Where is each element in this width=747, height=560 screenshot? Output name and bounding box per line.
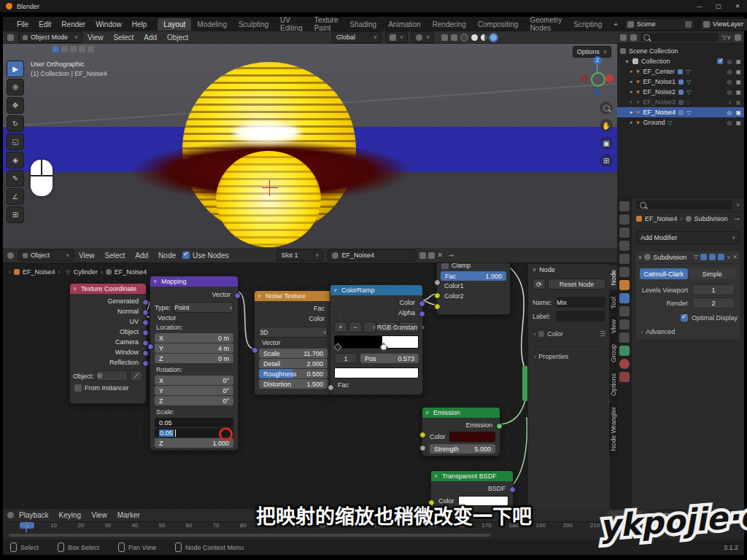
pan-view-icon[interactable]: ✋: [600, 119, 613, 132]
gizmo-x-axis[interactable]: [605, 74, 614, 82]
pin-icon[interactable]: ⊸: [449, 252, 454, 259]
scale-x-editing[interactable]: 0.05: [155, 418, 233, 427]
node-output-socket[interactable]: Normal: [70, 306, 146, 316]
reset-node-button[interactable]: Reset Node: [548, 279, 605, 289]
use-nodes-checkbox[interactable]: [182, 252, 190, 259]
breadcrumb-material[interactable]: EF_Noise4: [115, 268, 147, 276]
remove-stop-button[interactable]: −: [349, 322, 362, 332]
node-output-socket[interactable]: Reflection: [70, 357, 146, 368]
rotation-x[interactable]: X0°: [155, 376, 233, 385]
proportional-edit-dropdown[interactable]: [411, 31, 434, 43]
advanced-label[interactable]: Advanced: [646, 328, 675, 335]
breadcrumb-object[interactable]: EF_Noise4: [23, 268, 55, 276]
object-picker-field[interactable]: [96, 370, 128, 381]
mode-dropdown[interactable]: Object Mode: [18, 31, 82, 43]
closed-eye-icon[interactable]: ∨: [728, 99, 732, 106]
levels-viewport-value[interactable]: 1: [692, 284, 735, 295]
location-y[interactable]: Y4 m: [155, 343, 233, 353]
breadcrumb-object[interactable]: EF_Noise4: [645, 215, 678, 222]
viewport-menu-item[interactable]: Select: [109, 34, 139, 42]
delete-modifier-icon[interactable]: ✕: [732, 254, 738, 260]
select-box-tool[interactable]: ▶: [7, 61, 24, 77]
fac-output[interactable]: Fac: [255, 303, 332, 314]
tab-tool-icon[interactable]: [619, 201, 630, 211]
overlays-icon[interactable]: [451, 34, 457, 41]
rotation-y[interactable]: Y0°: [155, 386, 233, 395]
viewlayer-selector[interactable]: ViewLayer: [700, 18, 747, 31]
expander-icon[interactable]: ▸: [620, 69, 633, 74]
hide-eye-icon[interactable]: ◎: [727, 79, 732, 85]
expander-icon[interactable]: ▸: [620, 79, 633, 85]
tab-data-icon[interactable]: [619, 346, 630, 356]
render-toggle-icon[interactable]: [718, 254, 724, 260]
outliner-row-scene-collection[interactable]: Scene Collection: [617, 46, 744, 56]
catmull-clark-button[interactable]: Catmull-Clark: [640, 268, 688, 279]
collection-toggle-icon[interactable]: [70, 46, 77, 52]
fac-slider[interactable]: Fac1.000: [441, 271, 506, 281]
interpolation-dropdown[interactable]: Constan: [399, 322, 419, 332]
timeline-menu-item[interactable]: Keying: [54, 511, 87, 519]
snap-dropdown[interactable]: [385, 31, 408, 43]
transform-tool[interactable]: ◈: [7, 152, 24, 168]
tab-modifiers-wrench-icon[interactable]: [619, 293, 630, 303]
tab-output-icon[interactable]: [619, 228, 630, 238]
fac-input[interactable]: Fac: [330, 380, 422, 390]
viewport-menu-item[interactable]: View: [82, 34, 109, 42]
node-header[interactable]: Noise Texture: [255, 291, 332, 301]
render-camera-icon[interactable]: ▣: [735, 69, 741, 75]
from-instancer-checkbox[interactable]: [74, 384, 82, 392]
viewport-3d[interactable]: Object Mode ViewSelectAddObject Global: [3, 31, 617, 248]
topbar-menu-item[interactable]: File: [12, 20, 34, 28]
advanced-expander-icon[interactable]: ›: [641, 330, 643, 335]
copy-material-icon[interactable]: [428, 252, 435, 259]
position-slider[interactable]: Pos0.573: [360, 354, 419, 363]
timeline-scrollbar[interactable]: [9, 534, 490, 537]
node-header[interactable]: Emission: [422, 408, 500, 418]
node-output-socket[interactable]: Object: [70, 327, 146, 337]
refresh-icon[interactable]: ⟳: [533, 279, 546, 289]
outliner-display-mode-icon[interactable]: [620, 34, 627, 41]
zoom-view-icon[interactable]: [600, 101, 613, 114]
tab-texture-icon[interactable]: [619, 372, 630, 382]
custom-color-checkbox[interactable]: [538, 331, 544, 337]
viewport-menu-item[interactable]: Object: [162, 34, 193, 42]
gizmo-z-neg-axis[interactable]: [593, 88, 601, 96]
color-output[interactable]: Color: [330, 298, 422, 308]
minimize-button[interactable]: —: [690, 0, 709, 12]
annotate-tool[interactable]: ✎: [7, 170, 24, 187]
stop-color-swatch[interactable]: [334, 368, 419, 378]
editor-type-icon[interactable]: [7, 512, 14, 518]
new-scene-icon[interactable]: [685, 21, 692, 28]
render-camera-icon[interactable]: ▣: [735, 99, 741, 106]
tab-constraints-icon[interactable]: [619, 332, 630, 343]
outliner-search-input[interactable]: [640, 33, 719, 42]
topbar-menu-item[interactable]: Window: [90, 20, 127, 28]
edit-mode-toggle-icon[interactable]: ▽: [694, 254, 698, 260]
ramp-tools-dropdown[interactable]: [363, 322, 376, 332]
ramp-stop-white-selected[interactable]: [379, 343, 387, 351]
timeline-menu-item[interactable]: Playback: [14, 511, 54, 519]
shading-solid-icon[interactable]: [471, 34, 478, 41]
workspace-tab[interactable]: Rendering: [427, 18, 472, 31]
strength-slider[interactable]: Strength5.000: [430, 444, 495, 454]
frame-tick[interactable]: 30: [94, 522, 121, 529]
playhead[interactable]: [26, 521, 27, 532]
camera-view-icon[interactable]: ▣: [600, 136, 613, 149]
filter-funnel-icon[interactable]: ▽∨: [722, 34, 731, 41]
collection-toggle-icon[interactable]: [61, 46, 68, 52]
tab-world-icon[interactable]: [619, 267, 630, 277]
vector-input[interactable]: Vector: [255, 338, 332, 348]
breadcrumb-modifier[interactable]: Subdivision: [694, 215, 728, 222]
properties-search-input[interactable]: [636, 201, 732, 209]
editor-menu-item[interactable]: View: [74, 252, 100, 260]
tab-object-icon[interactable]: [619, 280, 630, 290]
hide-eye-icon[interactable]: ◎: [727, 69, 732, 75]
viewport-menu-item[interactable]: Add: [139, 34, 162, 42]
realtime-toggle-icon[interactable]: [700, 254, 707, 260]
render-levels-value[interactable]: 2: [692, 298, 735, 308]
scene-selector[interactable]: Scene: [624, 18, 695, 31]
tab-scene-icon[interactable]: [619, 254, 630, 264]
frame-tick[interactable]: 10: [40, 522, 67, 529]
color-expander-icon[interactable]: ›: [534, 332, 535, 337]
detail-slider[interactable]: Detail2.000: [259, 359, 328, 368]
